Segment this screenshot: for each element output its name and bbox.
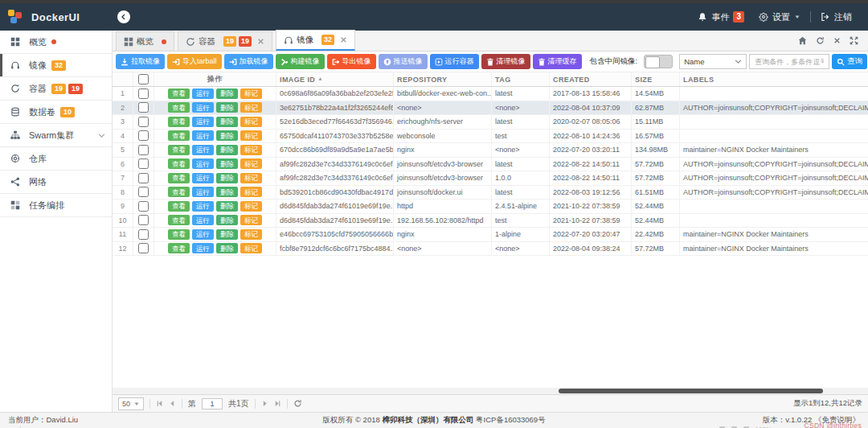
toolbar-button-导入tarball[interactable]: 导入tarball	[167, 54, 222, 69]
row-action-运行[interactable]: 运行	[192, 173, 214, 183]
row-action-标记[interactable]: 标记	[240, 187, 262, 197]
row-action-标记[interactable]: 标记	[240, 130, 262, 141]
row-action-标记[interactable]: 标记	[240, 243, 262, 253]
sidebar-item-数据卷[interactable]: 数据卷 10	[0, 101, 112, 124]
row-action-删除[interactable]: 删除	[216, 229, 238, 240]
table-row[interactable]: 12 查看运行删除标记 fcbf8e7912dcf6c6bc6f7175bc48…	[113, 242, 868, 257]
row-action-查看[interactable]: 查看	[168, 229, 190, 240]
sidebar-item-网络[interactable]: 网络	[0, 171, 112, 194]
table-row[interactable]: 11 查看运行删除标记 e46bcc69753105cfd75905056666…	[113, 228, 868, 242]
row-checkbox[interactable]	[138, 187, 149, 197]
next-page-button[interactable]	[261, 400, 268, 407]
column-tag[interactable]: TAG	[492, 72, 550, 86]
row-action-删除[interactable]: 删除	[216, 145, 238, 155]
row-action-查看[interactable]: 查看	[168, 102, 190, 113]
row-action-查看[interactable]: 查看	[168, 117, 190, 127]
table-row[interactable]: 6 查看运行删除标记 af99fc282d3e7c34d3376149c0c6e…	[113, 158, 868, 172]
row-action-标记[interactable]: 标记	[240, 117, 262, 127]
sidebar-item-容器[interactable]: 容器 1919	[0, 77, 112, 101]
search-button[interactable]: 查询	[832, 54, 867, 69]
table-row[interactable]: 7 查看运行删除标记 af99fc282d3e7c34d3376149c0c6e…	[113, 171, 868, 186]
row-action-运行[interactable]: 运行	[192, 201, 214, 212]
row-action-运行[interactable]: 运行	[192, 88, 214, 99]
close-icon[interactable]	[257, 38, 264, 45]
row-action-删除[interactable]: 删除	[216, 201, 238, 212]
sidebar-item-概览[interactable]: 概览	[0, 31, 112, 54]
table-row[interactable]: 1 查看运行删除标记 0c698a6f86a09fa36bab2ef203efe…	[113, 87, 868, 101]
row-action-运行[interactable]: 运行	[192, 145, 214, 155]
table-row[interactable]: 10 查看运行删除标记 d6d845fdab3da274f61019e69f19…	[113, 214, 868, 228]
row-action-运行[interactable]: 运行	[192, 130, 214, 141]
row-action-删除[interactable]: 删除	[216, 173, 238, 183]
toolbar-button-推送镜像[interactable]: 推送镜像	[379, 54, 428, 69]
toolbar-button-构建镜像[interactable]: 构建镜像	[276, 54, 325, 69]
row-checkbox[interactable]	[138, 158, 149, 169]
toolbar-button-加载镜像[interactable]: 加载镜像	[224, 54, 273, 69]
reload-grid-button[interactable]	[293, 399, 302, 408]
row-action-删除[interactable]: 删除	[216, 158, 238, 169]
column-image-id[interactable]: IMAGE ID	[276, 72, 394, 86]
row-checkbox[interactable]	[138, 88, 149, 99]
row-action-标记[interactable]: 标记	[240, 145, 262, 155]
events-button[interactable]: 事件 3	[693, 11, 749, 23]
row-action-删除[interactable]: 删除	[216, 187, 238, 197]
filter-field-select[interactable]: Name	[679, 54, 747, 69]
row-checkbox[interactable]	[138, 201, 149, 212]
tab-概览[interactable]: 概览	[116, 31, 174, 51]
close-icon[interactable]	[340, 36, 347, 43]
row-action-标记[interactable]: 标记	[240, 158, 262, 169]
logout-button[interactable]: 注销	[816, 11, 857, 23]
column-size[interactable]: SIZE	[632, 72, 680, 86]
row-checkbox[interactable]	[138, 102, 149, 113]
page-size-select[interactable]: 50	[118, 397, 144, 410]
sidebar-item-Swarm集群[interactable]: Swarm集群	[0, 124, 112, 147]
row-action-查看[interactable]: 查看	[168, 201, 190, 212]
row-action-标记[interactable]: 标记	[240, 88, 262, 99]
row-action-标记[interactable]: 标记	[240, 201, 262, 212]
row-action-标记[interactable]: 标记	[240, 173, 262, 183]
row-action-运行[interactable]: 运行	[192, 102, 214, 113]
table-row[interactable]: 2 查看运行删除标记 3e62751b78b22a4a1f2f3265244ef…	[113, 101, 868, 116]
row-action-删除[interactable]: 删除	[216, 102, 238, 113]
row-checkbox[interactable]	[138, 145, 149, 155]
row-checkbox[interactable]	[138, 229, 149, 240]
row-action-查看[interactable]: 查看	[168, 243, 190, 253]
table-row[interactable]: 9 查看运行删除标记 d6d845fdab3da274f61019e69f19e…	[113, 200, 868, 214]
row-action-查看[interactable]: 查看	[168, 88, 190, 99]
scrollbar-thumb[interactable]	[559, 389, 823, 393]
row-action-运行[interactable]: 运行	[192, 243, 214, 253]
sidebar-item-仓库[interactable]: 仓库	[0, 147, 112, 171]
row-checkbox[interactable]	[138, 117, 149, 127]
column-repository[interactable]: REPOSITORY	[394, 72, 492, 86]
row-checkbox[interactable]	[138, 215, 149, 225]
row-checkbox[interactable]	[138, 243, 149, 253]
row-action-标记[interactable]: 标记	[240, 102, 262, 113]
expand-icon[interactable]	[850, 36, 858, 45]
horizontal-scrollbar[interactable]	[113, 388, 868, 394]
column-labels[interactable]: LABELS	[680, 72, 868, 86]
row-action-标记[interactable]: 标记	[240, 215, 262, 225]
table-row[interactable]: 5 查看运行删除标记 670dcc86b69df89a9d5a9e1a7ae5b…	[113, 143, 868, 158]
row-action-删除[interactable]: 删除	[216, 117, 238, 127]
row-action-运行[interactable]: 运行	[192, 215, 214, 225]
toolbar-button-导出镜像[interactable]: 导出镜像	[327, 54, 376, 69]
row-checkbox[interactable]	[138, 130, 149, 141]
row-action-运行[interactable]: 运行	[192, 229, 214, 240]
close-tab-icon[interactable]	[833, 37, 841, 44]
intermediate-images-toggle[interactable]	[644, 55, 673, 68]
row-action-查看[interactable]: 查看	[168, 215, 190, 225]
row-action-删除[interactable]: 删除	[216, 88, 238, 99]
sidebar-collapse-button[interactable]	[117, 10, 130, 23]
sidebar-item-任务编排[interactable]: 任务编排	[0, 194, 112, 217]
table-row[interactable]: 4 查看运行删除标记 65750dcaf4110743703e337b5258e…	[113, 130, 868, 144]
first-page-button[interactable]	[156, 400, 163, 407]
row-action-查看[interactable]: 查看	[168, 187, 190, 197]
row-action-查看[interactable]: 查看	[168, 158, 190, 169]
toolbar-button-运行容器[interactable]: 运行容器	[430, 54, 479, 69]
select-all-checkbox[interactable]	[138, 74, 149, 84]
sidebar-item-镜像[interactable]: 镜像 32	[0, 54, 112, 77]
last-page-button[interactable]	[274, 400, 281, 407]
toolbar-button-清理镜像[interactable]: 清理镜像	[481, 54, 530, 69]
home-icon[interactable]	[798, 36, 807, 45]
row-action-查看[interactable]: 查看	[168, 130, 190, 141]
